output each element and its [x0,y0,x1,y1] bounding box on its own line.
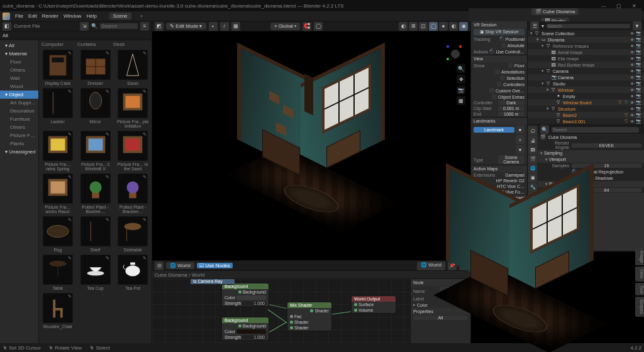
render-icon[interactable]: 📷 [635,81,641,86]
eye-icon[interactable]: 👁 [629,63,635,67]
eye-icon[interactable]: 👁 [629,94,635,99]
stop-vr-session-button[interactable]: ▣ Stop VR Session [474,29,525,35]
render-icon[interactable]: 📷 [635,100,641,105]
outliner-row[interactable]: ▾▭Diorama👁📷 [528,36,644,43]
asset-item[interactable]: ✎Rug [39,215,77,253]
catalog-furniture[interactable]: Furniture [0,115,38,123]
eye-icon[interactable]: 👁 [629,57,635,61]
catalog-others[interactable]: Others [0,123,38,131]
imgtab-view[interactable]: View [635,267,644,281]
render-icon[interactable]: 📷 [635,43,641,48]
asset-filter-button[interactable]: ≡ [140,22,149,31]
add-workspace-button[interactable]: ＋ [139,13,144,19]
asset-item[interactable]: ✎Mirror [77,87,114,129]
asset-editor-icon[interactable]: ◧ [3,22,11,31]
asset-item[interactable]: ✎Potted Plant - Bracken… [114,172,152,215]
outliner-row[interactable]: 📷Camera👁📷 [528,74,644,80]
asset-item[interactable]: ✎Table [39,253,77,292]
node-world-output[interactable]: World Output Surface Volume [351,295,396,314]
render-icon[interactable]: 📷 [635,106,641,111]
outliner-row[interactable]: 🖼Aerial Image👁📷 [528,49,644,55]
tab-scene[interactable]: 🎬 [528,155,537,163]
render-icon[interactable]: 📷 [635,119,641,124]
render-icon[interactable]: 📷 [635,62,641,67]
outliner-row[interactable]: ▽Window Board▽▽👁📷 [528,99,644,106]
clip-end[interactable]: 1000 m [498,112,525,116]
asset-item[interactable]: ✎Dresser [77,48,114,87]
catalog-others[interactable]: Others [0,66,38,74]
use-nodes-toggle[interactable]: ☑ Use Nodes [197,263,233,268]
tab-viewlayer[interactable]: 🖼 [528,145,537,154]
asset-library-picker[interactable]: Current File [14,23,40,29]
catalog-floor[interactable]: Floor [0,58,38,66]
transform-orientation[interactable]: ⌖ Global ▾ [270,23,301,30]
outliner-row[interactable]: ✦Empty👁📷 [528,93,644,99]
ortho-toggle[interactable]: ▦ [457,96,465,105]
props-search-input[interactable] [552,127,639,133]
shading-solid[interactable]: ● [439,22,448,31]
viewport-samples[interactable]: 16 [572,163,641,168]
menu-help[interactable]: Help [86,13,96,19]
props-search-icon[interactable]: 🔍 [540,125,549,134]
workspace-tab[interactable]: Scene [109,13,131,19]
node-mix-shader[interactable]: Mix Shader Shader Fac Shader Shader [287,302,332,331]
eye-icon[interactable]: 👁 [629,107,635,111]
3d-viewport[interactable]: 🔍 ✥ 📷 ▦ [152,31,470,260]
imgtab-tool[interactable]: Tool [635,283,644,296]
render-icon[interactable]: 📷 [635,31,641,36]
nav-gizmo[interactable] [445,44,465,64]
asset-item[interactable]: ✎Easel [114,48,152,87]
node-is-camera-ray[interactable]: Is Camera Ray [190,279,235,285]
shading-rendered[interactable]: ◉ [459,22,468,31]
outliner-row[interactable]: ▾▽Camera👁📷 [528,68,644,74]
vr-show-floor[interactable] [508,63,513,68]
asset-item[interactable]: ✎Picture Fra…ple Imitation [114,87,152,129]
outliner-filter-icon[interactable]: ▼ [633,21,641,30]
asset-item[interactable]: ✎Shelf [77,215,114,253]
asset-item[interactable]: ✎Picture Fra…rains Spring [39,129,77,172]
sampling-section[interactable]: Sampling [538,150,644,157]
eye-icon[interactable]: 👁 [629,38,635,42]
eye-icon[interactable]: 👁 [629,88,635,92]
imgtab-image[interactable]: Image [635,248,644,265]
asset-search-input[interactable] [100,23,138,29]
render-icon[interactable]: 📷 [635,69,641,74]
camera-toggle[interactable]: 📷 [457,85,465,94]
asset-item[interactable]: ✎Picture Fra… in the Sand [114,129,152,172]
outliner-row[interactable]: ▾▽Reference Images👁📷 [528,43,644,49]
absolute-checkbox[interactable] [501,43,506,48]
catalog-unassigned[interactable]: ▾ Unassigned [0,148,38,156]
snap-toggle[interactable]: 🧲 [303,22,311,31]
render-engine-select[interactable]: EEVEE [572,143,641,148]
edge-select-icon[interactable]: / [220,22,229,31]
node-canvas[interactable]: Background Background Color Strength1.00… [152,279,470,343]
menu-file[interactable]: File [15,13,23,19]
outliner-row[interactable]: 🖼Red Bunker Image👁📷 [528,62,644,68]
eye-icon[interactable]: 👁 [629,44,635,48]
clip-start[interactable]: 0.001 m [498,106,525,111]
scene-picker[interactable]: 🎬 Cube Diorama [531,8,579,15]
use-controller-checkbox[interactable] [489,49,494,54]
asset-item[interactable]: ✎Wooden_Chair [39,292,77,330]
proportional-edit-toggle[interactable]: ◯ [314,22,323,31]
outliner-row[interactable]: ▾▽Window👁📷 [528,87,644,93]
catalog-decoration[interactable]: Decoration [0,107,38,115]
positional-checkbox[interactable] [499,36,504,41]
eye-icon[interactable]: 👁 [629,31,635,36]
catalog-object[interactable]: ▾ Object [0,91,38,99]
outliner-search[interactable] [547,24,630,28]
eye-icon[interactable]: 👁 [629,82,635,86]
world-datablock[interactable]: 🌐 World [166,262,194,269]
eye-icon[interactable]: 👁 [629,119,635,124]
shading-matprev[interactable]: ◐ [449,22,458,31]
asset-item[interactable]: ✎Picture Fra…3 Windmill X [77,129,114,172]
menu-edit[interactable]: Edit [28,13,37,19]
outliner-row[interactable]: ▾▽Studio👁📷 [528,80,644,87]
asset-item[interactable]: ✎Tea Pot [114,253,152,292]
render-icon[interactable]: 📷 [635,56,641,61]
tab-output[interactable]: 🖨 [528,136,537,145]
menu-window[interactable]: Window [64,13,81,19]
outliner-row[interactable]: ▽Beam2.001▽👁📷 [528,118,644,124]
outliner-view-mode[interactable]: ▾ [541,23,544,29]
controller-style[interactable]: Dark [498,101,525,105]
